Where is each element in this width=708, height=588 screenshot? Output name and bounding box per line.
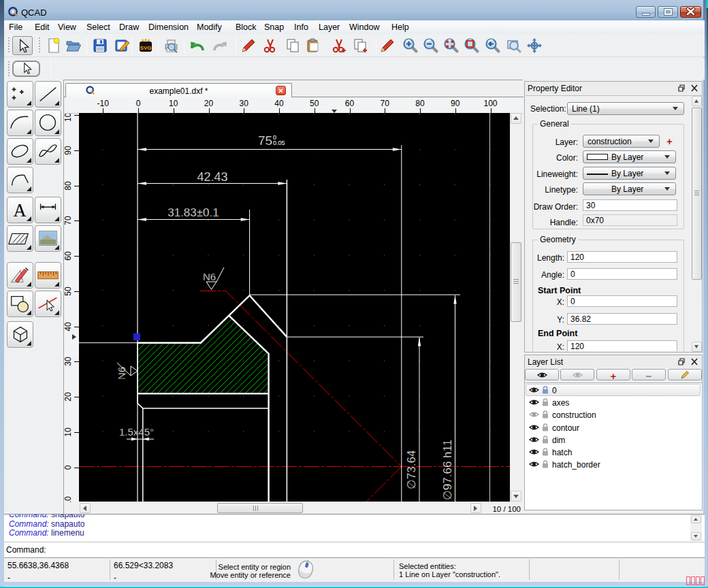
svg-text:N6: N6 <box>203 271 216 282</box>
svg-text:75: 75 <box>258 133 272 148</box>
svg-text:∅73.64: ∅73.64 <box>405 451 418 489</box>
svg-text:A: A <box>13 200 26 220</box>
svg-text:31.83±0.1: 31.83±0.1 <box>167 206 219 219</box>
svg-text:1.5x45°: 1.5x45° <box>119 426 154 438</box>
svg-text:0.05: 0.05 <box>273 140 285 146</box>
svg-text:∅97.66 h11: ∅97.66 h11 <box>441 440 454 500</box>
svg-text:N6: N6 <box>116 367 127 380</box>
svg-text:SVG: SVG <box>140 45 152 51</box>
svg-text:42.43: 42.43 <box>197 170 227 184</box>
